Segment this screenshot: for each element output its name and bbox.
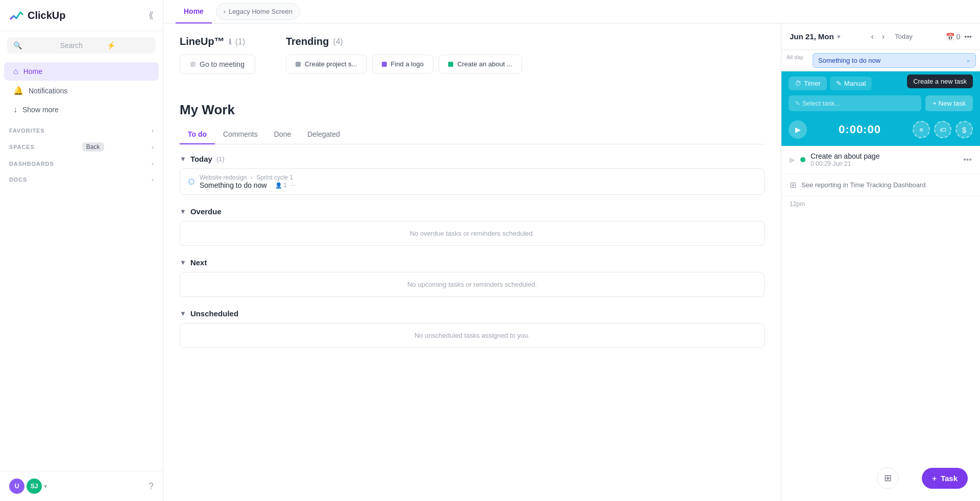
time-entry-0[interactable]: ▶ Create an about page 0:00:29 Jun 21 ••… — [781, 146, 980, 174]
trending-section: Trending (4) Create project s... Find a … — [286, 36, 765, 86]
entry-left: ▶ Create an about page 0:00:29 Jun 21 — [790, 152, 879, 167]
tab-legacy[interactable]: ‹ Legacy Home Screen — [216, 3, 300, 20]
dashboards-arrow: › — [152, 160, 154, 167]
plus-icon: + — [932, 474, 937, 483]
spaces-arrow: › — [152, 143, 154, 151]
section-favorites[interactable]: FAVORITES › — [0, 121, 163, 137]
time-label-12pm: 12pm — [781, 196, 980, 210]
docs-label: DOCS — [9, 177, 27, 183]
next-section-header[interactable]: ▼ Next — [180, 258, 765, 267]
lineup-count: (1) — [235, 37, 246, 46]
overdue-section-header[interactable]: ▼ Overdue — [180, 207, 765, 216]
search-bar[interactable]: 🔍 Search ⚡ — [7, 37, 156, 54]
all-day-event[interactable]: Something to do now ▸ — [813, 53, 976, 68]
breadcrumb-arrow: › — [251, 174, 253, 181]
logo-area: ClickUp — [9, 8, 65, 22]
assignee-icon: 👤 — [275, 182, 282, 189]
all-day-row: All day Something to do now ▸ — [781, 50, 980, 71]
task-name: Something to do now — [200, 181, 267, 189]
clickup-logo-icon — [9, 8, 23, 22]
timer-billable-button[interactable]: $ — [955, 121, 973, 138]
work-tab-delegated[interactable]: Delegated — [299, 126, 348, 144]
top-tabs-bar: Home ‹ Legacy Home Screen — [163, 0, 980, 23]
today-count: (1) — [216, 155, 225, 163]
collapse-button[interactable]: ⟪ — [149, 10, 154, 21]
task-details: Website redesign › Sprint cycle 1 Someth… — [200, 174, 756, 189]
trend-dot-gray — [296, 62, 301, 67]
ai-lightning-icon[interactable]: ⚡ — [107, 41, 150, 49]
trending-card-0[interactable]: Create project s... — [286, 55, 367, 73]
all-day-event-title: Something to do now — [818, 57, 880, 64]
next-empty: No upcoming tasks or reminders scheduled… — [180, 272, 765, 297]
lineup-info-icon[interactable]: ℹ — [229, 38, 231, 46]
calendar-date[interactable]: Jun 21, Mon ▾ — [790, 32, 840, 41]
grid-view-button[interactable]: ⊞ — [877, 467, 898, 489]
avatar-group[interactable]: U SJ ▾ — [9, 479, 47, 494]
timer-tag-icon-button[interactable]: 🏷 — [934, 121, 951, 138]
trending-item-2: Create an about ... — [457, 60, 512, 68]
tab-legacy-label: Legacy Home Screen — [229, 8, 292, 15]
help-button[interactable]: ? — [149, 481, 154, 492]
calendar-cal-icon-button[interactable]: 📅 0 — [946, 33, 961, 41]
trending-card-2[interactable]: Create an about ... — [438, 55, 522, 73]
trending-count: (4) — [333, 37, 343, 46]
nav-item-notifications[interactable]: 🔔 Notifications — [4, 81, 159, 100]
entry-play-icon[interactable]: ▶ — [790, 156, 795, 164]
work-tab-done[interactable]: Done — [266, 126, 299, 144]
entry-meta: 0:00:29 Jun 21 — [811, 160, 879, 167]
section-dashboards[interactable]: DASHBOARDS › — [0, 155, 163, 170]
work-tab-comments[interactable]: Comments — [215, 126, 266, 144]
timer-tab-button[interactable]: ⏱ Timer — [789, 77, 827, 90]
table-row[interactable]: Website redesign › Sprint cycle 1 Someth… — [180, 168, 765, 195]
new-task-button[interactable]: + New task — [925, 95, 973, 111]
calendar-more-button[interactable]: ••• — [964, 33, 972, 41]
calendar-icons: 📅 0 ••• — [946, 33, 972, 41]
back-badge[interactable]: Back — [82, 142, 104, 152]
lineup-card-meeting[interactable]: Go to meeting — [180, 55, 255, 74]
nav-item-show-more-label: Show more — [22, 106, 59, 114]
task-breadcrumb: Website redesign › Sprint cycle 1 — [200, 174, 756, 181]
overdue-toggle-icon: ▼ — [180, 208, 186, 215]
add-task-fab-button[interactable]: + Task — [922, 468, 968, 489]
calendar-today-button[interactable]: Today — [890, 31, 918, 42]
sidebar: ClickUp ⟪ 🔍 Search ⚡ ⌂ Home 🔔 Notificati… — [0, 0, 163, 501]
section-docs[interactable]: DOCS › — [0, 170, 163, 186]
work-tab-todo[interactable]: To do — [180, 126, 215, 144]
entry-more-icon[interactable]: ••• — [963, 155, 972, 164]
avatar-sj: SJ — [27, 479, 42, 494]
timer-display: 0:00:00 — [839, 123, 881, 136]
nav-item-show-more[interactable]: ↓ Show more — [4, 101, 159, 119]
manual-tab-button[interactable]: ✎ Manual — [830, 77, 872, 90]
entry-info: Create an about page 0:00:29 Jun 21 — [811, 152, 879, 167]
calendar-prev-button[interactable]: ‹ — [868, 31, 876, 42]
lineup-section: LineUp™ ℹ (1) Go to meeting — [180, 36, 255, 74]
sidebar-header: ClickUp ⟪ — [0, 0, 163, 31]
calendar-navigation: ‹ › Today — [868, 31, 917, 42]
time-entries-list: ▶ Create an about page 0:00:29 Jun 21 ••… — [781, 146, 980, 501]
spaces-label: SPACES — [9, 144, 35, 150]
task-meta: 👤 1 — — [275, 182, 297, 189]
today-toggle-icon: ▼ — [180, 155, 186, 163]
section-spaces[interactable]: SPACES Back › — [0, 137, 163, 155]
main-area: Home ‹ Legacy Home Screen LineUp™ ℹ (1) … — [163, 0, 980, 501]
entry-status-dot — [800, 157, 805, 162]
reporting-row[interactable]: ⊞ See reporting in Time Tracking Dashboa… — [781, 174, 980, 196]
search-icon: 🔍 — [13, 41, 56, 49]
unscheduled-empty: No unscheduled tasks assigned to you. — [180, 323, 765, 348]
nav-item-home[interactable]: ⌂ Home — [4, 62, 159, 81]
calendar-next-button[interactable]: › — [879, 31, 888, 42]
today-section-header[interactable]: ▼ Today (1) — [180, 155, 765, 163]
notifications-icon: 🔔 — [13, 86, 23, 95]
trending-card-1[interactable]: Find a logo — [372, 55, 433, 73]
unscheduled-section-header[interactable]: ▼ Unscheduled — [180, 309, 765, 318]
timer-display-row: ▶ 0:00:00 ≡ 🏷 $ — [781, 116, 980, 146]
left-panel: LineUp™ ℹ (1) Go to meeting Trending (4) — [163, 23, 781, 501]
overdue-label: Overdue — [190, 207, 222, 216]
timer-section: ⏱ Timer ✎ Manual Create a new task ✎ Sel… — [781, 71, 980, 146]
timer-play-button[interactable]: ▶ — [789, 120, 807, 139]
select-task-input[interactable]: ✎ Select task... — [789, 95, 921, 111]
dashboards-label: DASHBOARDS — [9, 161, 54, 167]
app-name: ClickUp — [28, 10, 65, 21]
tab-home[interactable]: Home — [176, 0, 212, 23]
timer-list-icon-button[interactable]: ≡ — [913, 121, 930, 138]
